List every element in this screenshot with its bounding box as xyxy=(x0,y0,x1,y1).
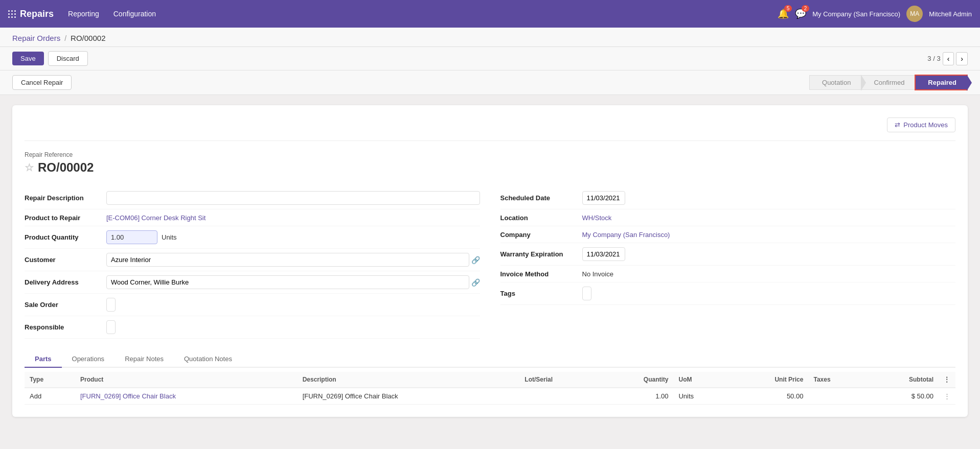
breadcrumb-parent[interactable]: Repair Orders xyxy=(12,34,60,42)
repair-description-input[interactable] xyxy=(106,191,480,205)
repair-reference-section: Repair Reference ☆ RO/00002 xyxy=(25,151,955,175)
company-name: My Company (San Francisco) xyxy=(812,10,900,18)
sale-order-select[interactable] xyxy=(106,298,116,312)
col-description: Description xyxy=(298,372,520,388)
customer-select[interactable]: Azure Interior xyxy=(106,253,469,267)
field-warranty-expiration: Warranty Expiration 11/03/2021 xyxy=(500,243,956,266)
cell-quantity: 1.00 xyxy=(600,388,673,405)
field-sale-order: Sale Order xyxy=(25,294,480,316)
tags-select[interactable] xyxy=(582,287,591,300)
save-button[interactable]: Save xyxy=(12,52,44,65)
breadcrumb-current: RO/00002 xyxy=(71,34,105,42)
discard-button[interactable]: Discard xyxy=(48,51,88,66)
tabs-section: Parts Operations Repair Notes Quotation … xyxy=(25,351,955,405)
repair-reference-label: Repair Reference xyxy=(25,151,955,158)
navbar-link-reporting[interactable]: Reporting xyxy=(62,7,105,21)
parts-table: Type Product Description Lot/Serial Quan… xyxy=(25,372,955,405)
col-type: Type xyxy=(25,372,75,388)
form-right-column: Scheduled Date 11/03/2021 Location WH/St… xyxy=(500,187,956,339)
field-product-to-repair: Product to Repair [E-COM06] Corner Desk … xyxy=(25,209,480,226)
field-delivery-address: Delivery Address Wood Corner, Willie Bur… xyxy=(25,271,480,294)
tab-parts[interactable]: Parts xyxy=(25,351,62,368)
chat-badge: 2 xyxy=(802,5,810,12)
chat-icon-group[interactable]: 💬 2 xyxy=(795,8,806,19)
tab-operations[interactable]: Operations xyxy=(62,351,115,368)
field-company: Company My Company (San Francisco) xyxy=(500,226,956,243)
breadcrumb: Repair Orders / RO/00002 xyxy=(0,28,980,47)
scheduled-date-select[interactable]: 11/03/2021 xyxy=(582,191,625,205)
prev-record-button[interactable]: ‹ xyxy=(943,52,954,65)
cell-subtotal: $ 50.00 xyxy=(865,388,939,405)
avatar[interactable]: MA xyxy=(906,6,923,22)
invoice-method-value: No Invoice xyxy=(582,270,613,278)
workflow-steps: Quotation Confirmed Repaired xyxy=(809,75,968,90)
app-brand[interactable]: Repairs xyxy=(8,9,54,19)
delivery-address-external-link-icon[interactable]: 🔗 xyxy=(471,278,480,287)
page-count: 3 / 3 xyxy=(927,55,940,62)
notification-badge: 5 xyxy=(784,5,792,12)
tab-quotation-notes[interactable]: Quotation Notes xyxy=(174,351,242,368)
field-scheduled-date: Scheduled Date 11/03/2021 xyxy=(500,187,956,209)
navbar-links: Reporting Configuration xyxy=(62,7,162,21)
cell-taxes xyxy=(808,388,865,405)
customer-external-link-icon[interactable]: 🔗 xyxy=(471,256,480,264)
delivery-address-select[interactable]: Wood Corner, Willie Burke xyxy=(106,275,469,289)
cancel-repair-button[interactable]: Cancel Repair xyxy=(12,75,72,90)
company-link[interactable]: My Company (San Francisco) xyxy=(582,231,670,239)
action-bar: Save Discard 3 / 3 ‹ › xyxy=(0,47,980,70)
col-product: Product xyxy=(75,372,298,388)
user-name: Mitchell Admin xyxy=(929,10,972,18)
col-uom: UoM xyxy=(673,372,726,388)
repair-reference-title: ☆ RO/00002 xyxy=(25,160,955,175)
field-invoice-method: Invoice Method No Invoice xyxy=(500,266,956,282)
breadcrumb-separator: / xyxy=(64,34,66,42)
pagination: 3 / 3 ‹ › xyxy=(927,52,968,65)
field-repair-description: Repair Description xyxy=(25,187,480,209)
repair-reference-value: RO/00002 xyxy=(38,160,94,175)
product-moves-bar: ⇄ Product Moves xyxy=(25,117,955,141)
cell-uom: Units xyxy=(673,388,726,405)
cell-unit-price: 50.00 xyxy=(727,388,809,405)
field-tags: Tags xyxy=(500,282,956,305)
workflow-step-confirmed[interactable]: Confirmed xyxy=(861,75,915,90)
navbar-link-configuration[interactable]: Configuration xyxy=(107,7,162,21)
favorite-star-icon[interactable]: ☆ xyxy=(25,161,34,174)
tab-repair-notes[interactable]: Repair Notes xyxy=(115,351,174,368)
cell-type: Add xyxy=(25,388,75,405)
product-to-repair-link[interactable]: [E-COM06] Corner Desk Right Sit xyxy=(106,214,206,222)
cell-lot-serial xyxy=(519,388,600,405)
main-content: ⇄ Product Moves Repair Reference ☆ RO/00… xyxy=(0,95,980,427)
cell-product[interactable]: [FURN_0269] Office Chair Black xyxy=(75,388,298,405)
field-location: Location WH/Stock xyxy=(500,209,956,226)
navbar-right: 🔔 5 💬 2 My Company (San Francisco) MA Mi… xyxy=(778,6,972,22)
form-card: ⇄ Product Moves Repair Reference ☆ RO/00… xyxy=(12,105,968,417)
field-responsible: Responsible xyxy=(25,316,480,339)
cell-description: [FURN_0269] Office Chair Black xyxy=(298,388,520,405)
tabs-header: Parts Operations Repair Notes Quotation … xyxy=(25,351,955,368)
workflow-bar: Cancel Repair Quotation Confirmed Repair… xyxy=(0,70,980,95)
quantity-unit: Units xyxy=(162,233,177,241)
arrows-icon: ⇄ xyxy=(895,121,900,129)
col-subtotal: Subtotal xyxy=(865,372,939,388)
cell-menu[interactable]: ⋮ xyxy=(939,388,955,405)
navbar: Repairs Reporting Configuration 🔔 5 💬 2 … xyxy=(0,0,980,28)
warranty-expiration-select[interactable]: 11/03/2021 xyxy=(582,247,625,261)
workflow-step-quotation[interactable]: Quotation xyxy=(809,75,861,90)
field-customer: Customer Azure Interior 🔗 xyxy=(25,249,480,271)
field-product-quantity: Product Quantity Units xyxy=(25,226,480,249)
table-row: Add [FURN_0269] Office Chair Black [FURN… xyxy=(25,388,955,405)
product-quantity-input[interactable] xyxy=(106,230,157,244)
location-link[interactable]: WH/Stock xyxy=(582,214,612,222)
product-moves-button[interactable]: ⇄ Product Moves xyxy=(887,117,955,132)
grid-icon xyxy=(8,10,16,18)
notification-bell[interactable]: 🔔 5 xyxy=(778,8,789,19)
responsible-select[interactable] xyxy=(106,320,116,334)
form-grid: Repair Description Product to Repair [E-… xyxy=(25,187,955,339)
form-left-column: Repair Description Product to Repair [E-… xyxy=(25,187,480,339)
col-unit-price: Unit Price xyxy=(727,372,809,388)
col-taxes: Taxes xyxy=(808,372,865,388)
col-menu: ⋮ xyxy=(939,372,955,388)
workflow-step-repaired[interactable]: Repaired xyxy=(915,75,968,90)
next-record-button[interactable]: › xyxy=(956,52,968,65)
col-quantity: Quantity xyxy=(600,372,673,388)
